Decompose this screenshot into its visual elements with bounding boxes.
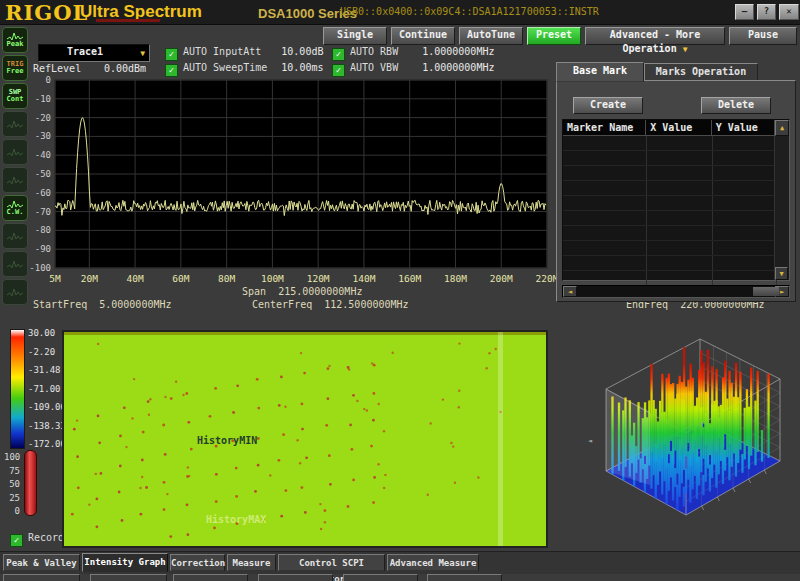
- table-cell: [563, 136, 647, 150]
- table-cell: [647, 226, 713, 240]
- tab-correction[interactable]: Correction: [170, 554, 225, 571]
- sidebar-item-trig[interactable]: TRIGFree: [2, 55, 28, 81]
- table-cell: [713, 211, 777, 225]
- checkbox-check-icon: ✓: [10, 534, 23, 547]
- svg-text:220M: 220M: [536, 273, 558, 284]
- delete-button[interactable]: Delete: [701, 97, 771, 114]
- sweeptime-label: AUTO SweepTime: [183, 62, 267, 73]
- rbw-value: 1.0000000MHz: [422, 46, 494, 57]
- sidebar-item-swp[interactable]: SWPCont: [2, 83, 28, 109]
- scroll-down-icon[interactable]: ▼: [775, 267, 788, 280]
- sidebar-item-dim3[interactable]: [2, 111, 28, 137]
- tab-intensity-graph[interactable]: Intensity Graph: [82, 553, 168, 572]
- tab-measure[interactable]: Measure: [227, 554, 276, 571]
- autotune-button[interactable]: AutoTune: [459, 27, 523, 45]
- svg-text:20M: 20M: [81, 273, 98, 284]
- waveform-icon: [6, 288, 24, 297]
- create-button[interactable]: Create: [573, 97, 643, 114]
- hscroll-track[interactable]: [577, 286, 775, 297]
- level-slider[interactable]: [24, 450, 37, 516]
- sidebar-item-cw[interactable]: C.W.: [2, 195, 28, 221]
- sidebar-item-dim9[interactable]: [2, 279, 28, 305]
- partial-button[interactable]: [343, 574, 418, 581]
- sidebar-item-label: Peak: [7, 41, 24, 48]
- startfreq-readout: StartFreq 5.0000000MHz: [33, 299, 171, 310]
- marker-table: Marker NameX ValueY Value▲ ▼: [562, 119, 790, 281]
- column-header-y-value[interactable]: Y Value: [712, 120, 775, 136]
- continue-button[interactable]: Continue: [391, 27, 455, 45]
- left-toolbar: PeakTRIGFreeSWPContC.W.: [2, 27, 29, 307]
- history-min-label: HistoryMIN: [197, 435, 257, 446]
- sidebar-item-label: Cont: [7, 96, 24, 103]
- startfreq-label: StartFreq: [33, 299, 87, 310]
- single-button[interactable]: Single: [323, 27, 387, 45]
- sidebar-item-dim5[interactable]: [2, 167, 28, 193]
- partial-button[interactable]: [258, 574, 333, 581]
- partial-button[interactable]: [90, 574, 167, 581]
- column-header-marker-name[interactable]: Marker Name: [563, 120, 646, 136]
- ultra-spectrum-window: RIGOL Ultra Spectrum DSA1000 Series USB0…: [0, 0, 800, 581]
- scroll-left-icon[interactable]: ◄: [563, 286, 577, 297]
- svg-text:-100: -100: [29, 263, 51, 273]
- sidebar-item-dim4[interactable]: [2, 139, 28, 165]
- svg-text:-60: -60: [35, 188, 51, 198]
- trace-select-dropdown[interactable]: Trace1 ▼: [38, 44, 150, 62]
- svg-text:-20: -20: [35, 113, 51, 123]
- tab-peak-valley[interactable]: Peak & Valley: [3, 554, 80, 571]
- table-cell: [563, 181, 647, 195]
- minimize-button[interactable]: —: [735, 4, 754, 20]
- waveform-icon: [6, 232, 24, 241]
- partial-button[interactable]: [173, 574, 248, 581]
- tab-control-scpi-history[interactable]: Control SCPI History: [278, 554, 385, 571]
- hscroll-thumb[interactable]: [753, 287, 779, 296]
- table-cell: [563, 151, 647, 165]
- scroll-up-icon[interactable]: ▲: [775, 120, 789, 136]
- table-cell: [647, 151, 713, 165]
- inputatt-label: AUTO InputAtt: [183, 46, 261, 57]
- column-header-x-value[interactable]: X Value: [646, 120, 711, 136]
- svg-text:100M: 100M: [261, 273, 284, 284]
- table-row: [563, 256, 789, 271]
- partial-button[interactable]: [427, 574, 502, 581]
- auto-rbw-checkbox[interactable]: ✓AUTO RBW 1.0000000MHz: [332, 46, 494, 59]
- centerfreq-value: 112.5000000MHz: [324, 299, 408, 310]
- rigol-logo: RIGOL: [5, 0, 88, 25]
- level-tick-label: 75: [4, 466, 20, 476]
- svg-text:-50: -50: [35, 169, 51, 179]
- svg-text:180M: 180M: [444, 273, 467, 284]
- sidebar-item-dim8[interactable]: [2, 251, 28, 277]
- pause-button[interactable]: Pause: [729, 27, 797, 45]
- svg-text:-70: -70: [35, 207, 51, 217]
- sidebar-item-dim7[interactable]: [2, 223, 28, 249]
- preset-button[interactable]: Preset: [527, 27, 581, 45]
- marker-table-header: Marker NameX ValueY Value▲: [563, 120, 789, 136]
- advanced-operation-dropdown[interactable]: Advanced - More Operation ▼: [585, 27, 725, 45]
- horizontal-scrollbar[interactable]: ◄ ►: [562, 285, 790, 298]
- usb-resource-string: USB0::0x0400::0x09C4::DSA1A121700053::IN…: [340, 6, 599, 17]
- table-row: [563, 181, 789, 196]
- partial-button[interactable]: [3, 574, 80, 581]
- span-value: 215.0000000MHz: [278, 286, 362, 297]
- tab-advanced-measure[interactable]: Advanced Measure: [387, 554, 479, 571]
- table-row: [563, 151, 789, 166]
- table-cell: [563, 226, 647, 240]
- level-tick-label: 100: [4, 452, 20, 462]
- vertical-scrollbar[interactable]: ▼: [774, 136, 789, 280]
- svg-text:-30: -30: [35, 131, 51, 141]
- table-row: [563, 136, 789, 151]
- svg-text:140M: 140M: [352, 273, 375, 284]
- close-button[interactable]: ✕: [779, 4, 799, 20]
- auto-inputatt-checkbox[interactable]: ✓AUTO InputAtt 10.00dB: [165, 46, 323, 59]
- svg-text:200M: 200M: [490, 273, 513, 284]
- chevron-down-icon: ▼: [683, 45, 688, 54]
- help-button[interactable]: ?: [757, 4, 776, 20]
- checkbox-check-icon: ✓: [165, 48, 178, 61]
- tab-base-mark[interactable]: Base Mark: [556, 62, 644, 82]
- rbw-label: AUTO RBW: [350, 46, 398, 57]
- intensity-dots-layer: [64, 332, 546, 546]
- waveform-icon: [6, 120, 24, 129]
- sidebar-item-label: Free: [7, 68, 24, 75]
- sidebar-item-peak[interactable]: Peak: [2, 27, 28, 53]
- sidebar-item-label: C.W.: [7, 209, 24, 216]
- level-tick-label: 50: [4, 479, 20, 489]
